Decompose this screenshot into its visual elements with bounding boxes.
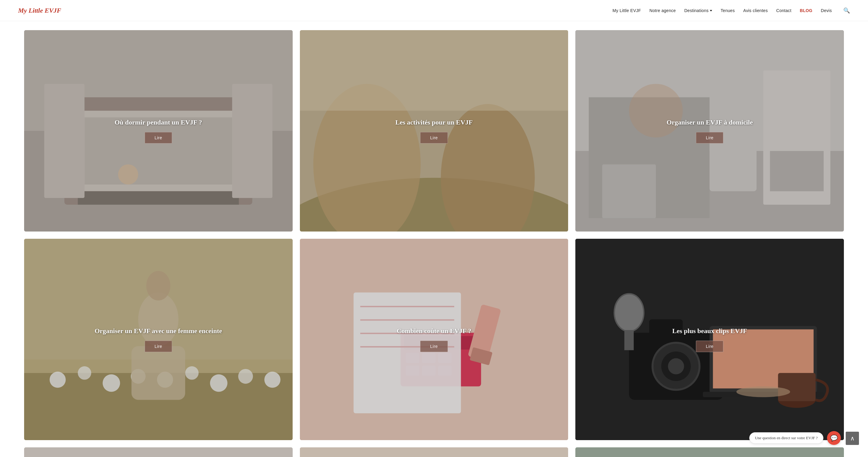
nav-item-tenues[interactable]: Tenues: [721, 8, 735, 13]
card-title-1: Où dormir pendant un EVJF ?: [108, 118, 208, 127]
site-header: My Little EVJF My Little EVJF Notre agen…: [0, 0, 868, 21]
nav-item-destinations[interactable]: Destinations: [684, 8, 712, 13]
nav-item-devis[interactable]: Devis: [821, 8, 832, 13]
card-btn-5[interactable]: Lire: [420, 341, 447, 352]
card-combien-coute[interactable]: Combien coûte un EVJF ? Lire: [300, 239, 568, 440]
nav-item-blog[interactable]: BLOG: [800, 8, 812, 13]
card-overlay-3: Organiser un EVJF à domicile Lire: [575, 30, 844, 232]
card-btn-1[interactable]: Lire: [145, 132, 172, 144]
card-ou-dormir[interactable]: Où dormir pendant un EVJF ? Lire: [24, 30, 293, 232]
chevron-down-icon: [710, 10, 712, 11]
card-title-2: Les activités pour un EVJF: [390, 118, 478, 127]
card-overlay-8: Quelle tenue pour un EVJF ? Lire: [300, 447, 568, 457]
card-btn-3[interactable]: Lire: [696, 132, 723, 144]
card-enceinte[interactable]: Organiser un EVJF avec une femme enceint…: [24, 239, 293, 440]
nav-item-contact[interactable]: Contact: [776, 8, 791, 13]
card-btn-6[interactable]: Lire: [696, 341, 723, 352]
card-title-3: Organiser un EVJF à domicile: [661, 118, 759, 127]
card-overlay-7: C'est quoi un EVJF ? Lire: [24, 447, 293, 457]
card-domicile[interactable]: Organiser un EVJF à domicile Lire: [575, 30, 844, 232]
chat-bubble-text: Une question en direct sur votre EVJF ?: [749, 432, 824, 444]
cards-grid: Où dormir pendant un EVJF ? Lire Les act…: [24, 30, 844, 457]
card-activites[interactable]: Les activités pour un EVJF Lire: [300, 30, 568, 232]
card-quoi-evjf[interactable]: C'est quoi un EVJF ? Lire: [24, 447, 293, 457]
nav-item-avis-clientes[interactable]: Avis clientes: [743, 8, 768, 13]
search-button[interactable]: 🔍: [843, 7, 850, 14]
card-tenue[interactable]: Quelle tenue pour un EVJF ? Lire: [300, 447, 568, 457]
card-overlay-4: Organiser un EVJF avec une femme enceint…: [24, 239, 293, 440]
nav-item-my-little-evjf[interactable]: My Little EVJF: [613, 8, 641, 13]
main-content: Où dormir pendant un EVJF ? Lire Les act…: [0, 21, 868, 457]
card-clips[interactable]: Les plus beaux clips EVJF Lire: [575, 239, 844, 440]
chat-open-button[interactable]: 💬: [827, 431, 841, 445]
card-title-4: Organiser un EVJF avec une femme enceint…: [89, 327, 228, 336]
card-title-5: Combien coûte un EVJF ?: [391, 327, 477, 336]
card-title-6: Les plus beaux clips EVJF: [666, 327, 753, 336]
card-overlay-5: Combien coûte un EVJF ? Lire: [300, 239, 568, 440]
card-btn-4[interactable]: Lire: [145, 341, 172, 352]
card-overlay-6: Les plus beaux clips EVJF Lire: [575, 239, 844, 440]
card-overlay-2: Les activités pour un EVJF Lire: [300, 30, 568, 232]
card-btn-2[interactable]: Lire: [420, 132, 447, 144]
chevron-up-icon: ∧: [850, 435, 855, 442]
chat-widget: Une question en direct sur votre EVJF ? …: [749, 431, 841, 445]
back-to-top-button[interactable]: ∧: [846, 432, 859, 445]
card-overlay-1: Où dormir pendant un EVJF ? Lire: [24, 30, 293, 232]
main-nav: My Little EVJF Notre agence Destinations…: [613, 7, 850, 14]
chat-icon: 💬: [830, 434, 838, 441]
card-overlay-9: Quel cadeau pour un EVJF ? Lire: [575, 447, 844, 457]
site-logo[interactable]: My Little EVJF: [18, 7, 61, 14]
card-cadeau[interactable]: Quel cadeau pour un EVJF ? Lire: [575, 447, 844, 457]
nav-item-notre-agence[interactable]: Notre agence: [650, 8, 676, 13]
